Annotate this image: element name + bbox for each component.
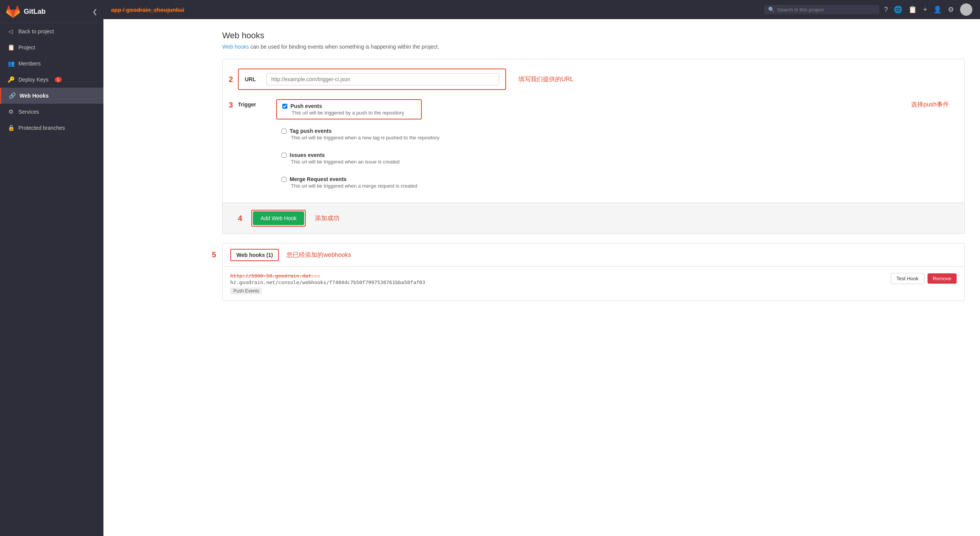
issues-events-checkbox[interactable] <box>282 153 287 158</box>
members-icon: 👥 <box>8 60 14 67</box>
push-events-label: Push events <box>290 103 322 109</box>
services-icon: ⚙ <box>8 108 14 115</box>
key-icon: 🔑 <box>8 76 14 83</box>
webhook-icon: 🔗 <box>9 92 15 99</box>
sidebar-item-label: Services <box>18 109 39 115</box>
step3-number: 3 <box>229 101 233 109</box>
back-icon: ◁ <box>8 28 14 35</box>
topnav-icons: ? 🌐 📋 + 👤 ⚙ <box>884 3 972 16</box>
tag-push-events-desc: This url will be triggered when a new ta… <box>291 135 898 141</box>
sidebar-brand: GitLab <box>24 8 46 16</box>
sidebar-item-web-hooks[interactable]: 🔗 Web Hooks <box>0 88 103 104</box>
page-subtitle-text: can be used for binding events when some… <box>249 44 439 50</box>
webhook-tag: Push Events <box>230 288 262 294</box>
sidebar-header: GitLab ❮ <box>0 0 103 23</box>
sidebar-item-label: Protected branches <box>18 125 65 131</box>
breadcrumb-project: goodrain_zhoujunkui <box>126 7 184 13</box>
annotation5-text: 您已经添加的webhooks <box>287 251 351 259</box>
issues-events-label: Issues events <box>290 152 325 158</box>
merge-request-events-desc: This url will be triggered when a merge … <box>291 183 898 189</box>
annotation4-text: 添加成功 <box>315 214 339 222</box>
push-events-checkbox[interactable] <box>282 104 287 109</box>
sidebar-item-label: Web Hooks <box>20 93 49 99</box>
plus-icon[interactable]: + <box>923 6 927 14</box>
annotation2-text: 填写我们提供的URL <box>518 75 574 83</box>
breadcrumb: app / goodrain_zhoujunkui <box>111 7 760 13</box>
search-input[interactable] <box>777 7 875 13</box>
clipboard-icon[interactable]: 📋 <box>908 5 917 14</box>
merge-request-events-label: Merge Request events <box>290 176 347 182</box>
sidebar-item-label: Back to project <box>18 28 54 34</box>
annotation3-text: 选择push事件 <box>911 99 949 109</box>
page-subtitle: Web hooks can be used for binding events… <box>222 44 965 50</box>
add-webhook-button[interactable]: Add Web Hook <box>253 211 304 225</box>
gitlab-logo <box>6 5 20 18</box>
step4-number: 4 <box>238 214 242 223</box>
sidebar-item-project[interactable]: 📋 Project <box>0 39 103 56</box>
sidebar: GitLab ❮ ◁ Back to project 📋 Project 👥 M… <box>0 0 103 536</box>
question-icon[interactable]: ? <box>884 6 888 14</box>
settings-icon[interactable]: ⚙ <box>948 5 954 14</box>
webhook-item: http://5000-50.goodrain.dat... hz.goodra… <box>223 267 964 301</box>
user-icon[interactable]: 👤 <box>933 5 942 14</box>
sidebar-item-protected-branches[interactable]: 🔒 Protected branches <box>0 120 103 136</box>
sidebar-item-members[interactable]: 👥 Members <box>0 56 103 72</box>
test-hook-button[interactable]: Test Hook <box>891 273 924 284</box>
webhooks-count-badge: Web hooks (1) <box>230 249 279 261</box>
sidebar-item-label: Project <box>18 44 35 51</box>
webhook-url-full: hz.goodrain.net/console/webhooks/f7404dc… <box>230 279 425 285</box>
sidebar-item-label: Deploy Keys <box>18 77 49 83</box>
sidebar-nav: ◁ Back to project 📋 Project 👥 Members 🔑 … <box>0 23 103 536</box>
globe-icon[interactable]: 🌐 <box>894 5 902 14</box>
search-icon: 🔍 <box>768 7 775 13</box>
step5-number: 5 <box>212 250 216 259</box>
top-nav: app / goodrain_zhoujunkui 🔍 ? 🌐 📋 + 👤 ⚙ <box>103 0 980 19</box>
trigger-label: Trigger <box>238 99 269 108</box>
issues-events-desc: This url will be triggered when an issue… <box>291 159 898 165</box>
breadcrumb-prefix: app / <box>111 7 126 13</box>
sidebar-item-services[interactable]: ⚙ Services <box>0 104 103 120</box>
url-input[interactable] <box>266 73 499 85</box>
page-title: Web hooks <box>222 31 965 41</box>
page-subtitle-link[interactable]: Web hooks <box>222 44 249 50</box>
merge-request-events-checkbox[interactable] <box>282 177 287 182</box>
search-bar[interactable]: 🔍 <box>764 5 879 14</box>
webhook-url-redacted: http://5000-50.goodrain.dat... <box>230 273 425 279</box>
tag-push-events-label: Tag push events <box>290 128 331 134</box>
avatar[interactable] <box>960 3 972 16</box>
remove-hook-button[interactable]: Remove <box>928 273 957 284</box>
push-events-desc: This url will be triggered by a push to … <box>292 110 416 116</box>
url-label: URL <box>245 76 260 82</box>
deploy-keys-badge: 1 <box>55 77 62 82</box>
tag-push-events-checkbox[interactable] <box>282 129 287 134</box>
sidebar-item-back-to-project[interactable]: ◁ Back to project <box>0 23 103 39</box>
sidebar-item-deploy-keys[interactable]: 🔑 Deploy Keys 1 <box>0 72 103 88</box>
sidebar-collapse-button[interactable]: ❮ <box>92 8 97 15</box>
lock-icon: 🔒 <box>8 124 14 131</box>
main-content: Web hooks Web hooks can be used for bind… <box>207 19 980 536</box>
step2-number: 2 <box>229 75 233 84</box>
sidebar-item-label: Members <box>18 60 41 67</box>
project-icon: 📋 <box>8 44 14 51</box>
